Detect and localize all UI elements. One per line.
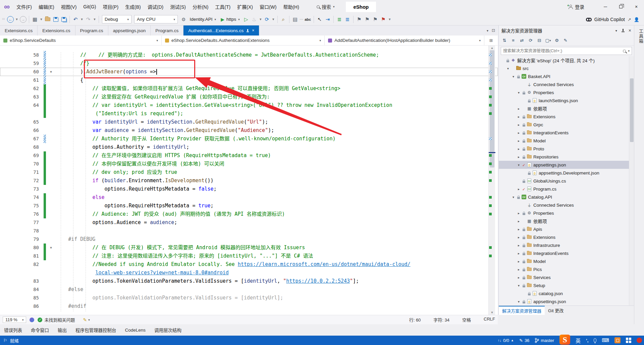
expander-icon[interactable]: ▸ xyxy=(516,187,521,191)
indentation-indicator[interactable]: 空格 xyxy=(462,317,471,323)
toolbar-drag-handle[interactable]: ⠿ xyxy=(1,18,5,20)
tool-window-tab-0[interactable]: 解决方案资源管理器 xyxy=(499,306,545,315)
navigate-forward-button[interactable]: → xyxy=(19,15,27,24)
tree-item-extensions[interactable]: ▸Extensions xyxy=(499,113,629,121)
bottom-tab-5[interactable]: 调用层次结构 xyxy=(154,327,181,333)
properties-icon[interactable]: ⚙ xyxy=(553,37,560,44)
breadcrumb-type[interactable]: eShop.ServiceDefaults.AuthenticationExte… xyxy=(162,36,325,45)
code-line-75[interactable]: 75 options.RequireHttpsMetadata = true; xyxy=(0,202,498,210)
search-options-icon[interactable]: ▾ xyxy=(628,49,630,53)
ime-punctuation-indicator[interactable]: ’, xyxy=(586,338,588,343)
tree-item-services[interactable]: ▸Services xyxy=(499,273,629,281)
expander-icon[interactable]: ▾ xyxy=(505,67,511,70)
code-line-79[interactable]: 79 #if DEBUG xyxy=(0,235,498,244)
pending-changes-filter-icon[interactable]: ≡ xyxy=(509,37,517,44)
code-line-63[interactable]: 63 // 这里假定存在 GetRequiredValue 扩展 (如你项目中已… xyxy=(0,93,498,101)
code-line-58[interactable]: 58 // // 更明确的方式是: options.DefaultAuthent… xyxy=(0,51,498,59)
solution-search-input[interactable] xyxy=(503,49,623,53)
sync-commits-indicator[interactable]: ↑↓0/0▲ xyxy=(498,338,514,343)
grid-tray-icon[interactable] xyxy=(626,338,631,343)
scroll-up-icon[interactable]: ▲ xyxy=(489,46,495,50)
tree-item-依赖项[interactable]: ▸▦依赖项 xyxy=(499,217,629,225)
new-project-button[interactable]: ▦ xyxy=(31,15,39,24)
tree-item-pics[interactable]: ▸Pics xyxy=(499,265,629,273)
tab-authenticati-extensions-cs[interactable]: Authenticati...Extensions.cs× xyxy=(183,25,259,36)
expander-icon[interactable]: ▸ xyxy=(516,276,521,279)
code-line-60[interactable]: 60▾ ).AddJwtBearer(options => xyxy=(0,68,498,76)
menu-item-4[interactable]: 项目(P) xyxy=(99,2,122,11)
tree-item-basket-api[interactable]: ▾C#Basket.API xyxy=(499,72,629,80)
tree-item-apis[interactable]: ▸Apis xyxy=(499,225,629,233)
search-box[interactable]: 搜索 ▾ xyxy=(314,2,337,11)
tree-item-model[interactable]: ▸Model xyxy=(499,137,629,145)
uncomment-selection-button[interactable]: ≣ xyxy=(344,15,351,24)
github-copilot-button[interactable]: GitHub Copilot ↗ 👤 xyxy=(586,13,639,25)
find-in-files-button[interactable]: ⌕ xyxy=(280,15,287,24)
expander-icon[interactable]: ▾ xyxy=(516,163,521,167)
start-debugging-button[interactable]: ▶ https ▾ xyxy=(218,15,242,24)
tree-vertical-scrollbar[interactable] xyxy=(629,56,634,305)
menu-item-3[interactable]: Git(G) xyxy=(80,3,99,11)
code-line-74[interactable]: 74 else xyxy=(0,193,498,202)
tree-item-catalog-api[interactable]: ▾C#Catalog.API xyxy=(499,193,629,201)
expander-icon[interactable]: ▸ xyxy=(516,115,521,119)
refresh-icon[interactable]: ⟳ xyxy=(527,37,534,44)
code-line-67[interactable]: 67 // Authority 用于从 Identity Provider 获取… xyxy=(0,135,498,143)
fold-collapse-icon[interactable]: ▾ xyxy=(46,68,56,76)
expander-icon[interactable]: ▾ xyxy=(516,91,521,94)
tree-item-launchsettings-json[interactable]: {}launchSettings.json xyxy=(499,96,629,105)
undo-button[interactable]: ↶ xyxy=(72,15,79,24)
tree-item-integrationevents[interactable]: ▸IntegrationEvents xyxy=(499,129,629,137)
tree-item-extensions[interactable]: ▸Extensions xyxy=(499,233,629,241)
tree-item-appsettings-development-json[interactable]: {}appsettings.Development.json xyxy=(499,169,629,177)
hot-reload-dropdown[interactable]: ▾ xyxy=(259,15,263,24)
expander-icon[interactable]: ▸ xyxy=(516,244,521,247)
bottom-tab-3[interactable]: 程序包管理器控制台 xyxy=(75,327,116,333)
debug-configuration-select[interactable]: Debug▾ xyxy=(102,15,131,23)
scroll-down-icon[interactable]: ▼ xyxy=(489,311,495,314)
code-line-73[interactable]: 73 options.RequireHttpsMetadata = false; xyxy=(0,185,498,193)
undo-dropdown[interactable]: ▾ xyxy=(80,15,84,24)
microphone-icon[interactable] xyxy=(594,338,596,342)
copilot-account-icon[interactable]: 👤 xyxy=(634,17,639,22)
expander-icon[interactable]: ▸ xyxy=(516,123,521,127)
cursor-select-button[interactable]: ↖ xyxy=(316,15,323,24)
tree-item-program-cs[interactable]: ▸✓C#Program.cs xyxy=(499,185,629,193)
tab-options-icon[interactable]: ⊡ xyxy=(492,28,495,33)
caret-column-indicator[interactable]: 字符: 34 xyxy=(433,317,449,323)
code-line-83[interactable]: 83 options.TokenValidationParameters.Val… xyxy=(0,277,498,285)
window-position-icon[interactable]: ▾ xyxy=(615,29,617,32)
toolbox-vertical-tab[interactable]: 工具箱 xyxy=(634,29,644,44)
code-line-86[interactable]: 86 #endif xyxy=(0,302,498,310)
pending-edits-indicator[interactable]: ✎36 xyxy=(519,338,529,343)
code-line-84[interactable]: 84 #else xyxy=(0,285,498,294)
git-branch-indicator[interactable]: master xyxy=(535,338,554,343)
tree-scrollbar-thumb[interactable] xyxy=(630,78,634,142)
bottom-tab-4[interactable]: CodeLens xyxy=(125,328,146,333)
view-switcher-icon[interactable]: ▢▾ xyxy=(544,37,552,44)
code-line-72[interactable]: 72 if (builder.Environment.IsDevelopment… xyxy=(0,177,498,185)
platform-select[interactable]: Any CPU▾ xyxy=(134,15,178,23)
tool-window-tab-1[interactable]: Git 更改 xyxy=(545,306,567,315)
solution-search-box[interactable]: ▾ xyxy=(501,47,632,55)
more-options-button[interactable]: ⋯ xyxy=(300,15,304,24)
code-line-59[interactable]: 59 //} xyxy=(0,59,498,68)
code-line-62[interactable]: 62 // 读取配置值, 如果你项目有扩展方法 GetRequiredValue… xyxy=(0,84,498,93)
expander-icon[interactable]: ▸ xyxy=(516,131,521,135)
expander-icon[interactable]: ▸ xyxy=(516,252,521,255)
menu-item-8[interactable]: 分析(N) xyxy=(189,2,212,11)
tab-appsettings-json[interactable]: appsettings.json xyxy=(108,25,151,36)
tree-item-integrationevents[interactable]: ▸IntegrationEvents xyxy=(499,249,629,257)
tree-item-properties[interactable]: ▾⚙Properties xyxy=(499,88,629,96)
code-line-64[interactable]: 64 // var identityUrl = identitySection.… xyxy=(0,101,498,110)
code-line-wrap[interactable]: local-web-services?view=net-maui-8.0#and… xyxy=(0,269,498,277)
new-project-dropdown[interactable]: ▾ xyxy=(39,15,43,24)
expander-icon[interactable]: ▸ xyxy=(516,211,521,215)
code-editor[interactable]: 58 // // 更明确的方式是: options.DefaultAuthent… xyxy=(0,46,498,315)
expander-icon[interactable]: ▸ xyxy=(516,139,521,143)
next-bookmark-button[interactable]: ⚑ xyxy=(372,15,379,24)
menu-item-2[interactable]: 视图(V) xyxy=(58,2,80,11)
sync-with-active-document-icon[interactable]: ⇄ xyxy=(518,37,526,44)
clipboard-tray-icon[interactable] xyxy=(614,337,621,343)
close-tab-icon[interactable]: × xyxy=(252,28,254,33)
